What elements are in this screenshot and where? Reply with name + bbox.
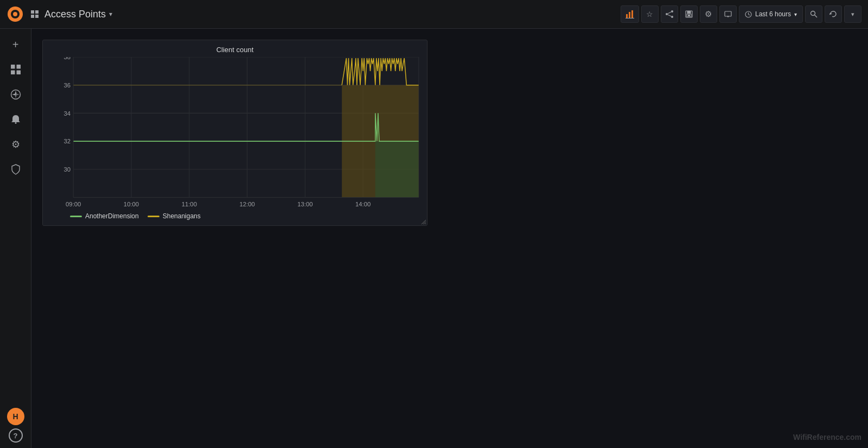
sidebar-item-alerts[interactable]	[4, 108, 27, 131]
svg-text:14:00: 14:00	[355, 200, 371, 207]
svg-line-29	[748, 14, 750, 15]
search-icon	[810, 10, 818, 18]
svg-rect-35	[11, 71, 15, 75]
sidebar-item-configuration[interactable]: ⚙	[4, 133, 27, 156]
star-button[interactable]: ☆	[641, 5, 659, 23]
legend-item-anotherdimension: AnotherDimension	[70, 212, 139, 220]
sidebar-item-dashboard[interactable]	[4, 58, 27, 81]
svg-text:30: 30	[64, 166, 71, 173]
chart-resize-handle[interactable]	[420, 219, 426, 224]
svg-rect-24	[725, 11, 731, 16]
sidebar-bottom: H ?	[7, 408, 24, 448]
sidebar-item-add[interactable]: +	[4, 33, 27, 56]
svg-text:09:00: 09:00	[66, 200, 81, 207]
svg-text:10:00: 10:00	[124, 200, 139, 207]
svg-rect-7	[31, 10, 34, 14]
svg-point-2	[13, 12, 17, 16]
save-icon	[685, 10, 693, 18]
clock-icon	[745, 11, 752, 18]
svg-rect-33	[11, 65, 15, 69]
legend-item-shenanigans: Shenanigans	[148, 212, 201, 220]
svg-rect-6	[21, 14, 23, 15]
svg-rect-4	[15, 20, 16, 22]
display-mode-button[interactable]	[719, 5, 737, 23]
svg-line-18	[668, 12, 671, 14]
share-icon	[666, 10, 673, 18]
refresh-icon	[829, 10, 837, 18]
more-options-button[interactable]: ▾	[844, 5, 861, 23]
svg-text:11:00: 11:00	[182, 200, 197, 207]
svg-point-17	[671, 16, 673, 18]
save-button[interactable]	[680, 5, 698, 23]
svg-rect-11	[626, 14, 628, 18]
svg-rect-8	[35, 10, 39, 14]
svg-text:32: 32	[64, 138, 71, 144]
svg-rect-21	[687, 11, 691, 14]
page-title[interactable]: Access Points ▾	[44, 9, 112, 20]
chart-svg: 38 36 34 32 30 09:00 10:00 11:00 12:00 1…	[48, 57, 422, 209]
svg-rect-14	[626, 18, 634, 18]
chart-type-button[interactable]	[621, 5, 639, 23]
svg-rect-3	[15, 7, 16, 9]
svg-text:13:00: 13:00	[297, 200, 312, 207]
svg-point-15	[671, 10, 673, 12]
chart-area: 38 36 34 32 30 09:00 10:00 11:00 12:00 1…	[48, 57, 422, 209]
grid-icon	[10, 64, 21, 75]
plus-icon: +	[12, 39, 19, 51]
dashboard-settings-button[interactable]: ⚙	[700, 5, 717, 23]
topbar: Access Points ▾ ☆	[0, 0, 868, 29]
main-content: Client count	[31, 29, 868, 448]
svg-rect-72	[375, 141, 419, 197]
chart-bar-icon	[626, 10, 634, 18]
refresh-button[interactable]	[825, 5, 842, 23]
topbar-actions: ☆ ⚙	[621, 5, 861, 23]
gear-icon: ⚙	[11, 138, 20, 150]
title-dropdown-caret: ▾	[109, 10, 112, 18]
chart-title: Client count	[48, 46, 422, 54]
legend-color-green	[70, 216, 82, 217]
star-icon: ☆	[646, 10, 653, 18]
chart-legend: AnotherDimension Shenanigans	[48, 209, 422, 221]
display-icon	[724, 10, 732, 18]
svg-rect-9	[31, 15, 34, 18]
app-logo[interactable]	[7, 5, 24, 23]
svg-line-75	[425, 223, 426, 224]
svg-text:38: 38	[64, 57, 71, 60]
svg-rect-44	[15, 122, 16, 124]
compass-icon	[10, 89, 21, 100]
svg-rect-36	[16, 71, 21, 75]
svg-text:12:00: 12:00	[239, 200, 254, 207]
legend-color-yellow	[148, 216, 159, 217]
zoom-button[interactable]	[805, 5, 822, 23]
svg-rect-5	[8, 14, 10, 15]
time-range-button[interactable]: Last 6 hours ▾	[739, 5, 803, 23]
svg-rect-10	[35, 15, 39, 18]
help-button[interactable]: ?	[9, 428, 23, 443]
sidebar-item-explore[interactable]	[4, 83, 27, 106]
svg-rect-34	[16, 65, 21, 69]
gear-icon: ⚙	[705, 9, 712, 19]
sidebar-item-shield[interactable]	[4, 158, 27, 181]
sidebar: +	[0, 29, 31, 448]
body-layout: +	[0, 29, 868, 448]
svg-marker-39	[15, 91, 16, 94]
svg-rect-23	[688, 15, 690, 16]
svg-line-31	[815, 15, 818, 18]
svg-point-30	[811, 11, 815, 16]
svg-text:36: 36	[64, 82, 71, 89]
svg-rect-12	[629, 12, 630, 18]
time-caret-icon: ▾	[794, 11, 797, 17]
svg-text:34: 34	[64, 110, 71, 116]
bell-icon	[11, 114, 21, 125]
grid-icon	[30, 10, 39, 18]
svg-point-16	[666, 13, 668, 15]
chart-panel: Client count	[42, 40, 427, 226]
chevron-down-icon: ▾	[851, 11, 854, 18]
share-button[interactable]	[661, 5, 678, 23]
svg-line-19	[668, 15, 671, 16]
shield-icon	[11, 164, 21, 175]
svg-marker-40	[15, 94, 16, 98]
avatar[interactable]: H	[7, 408, 24, 425]
svg-rect-13	[631, 10, 633, 18]
